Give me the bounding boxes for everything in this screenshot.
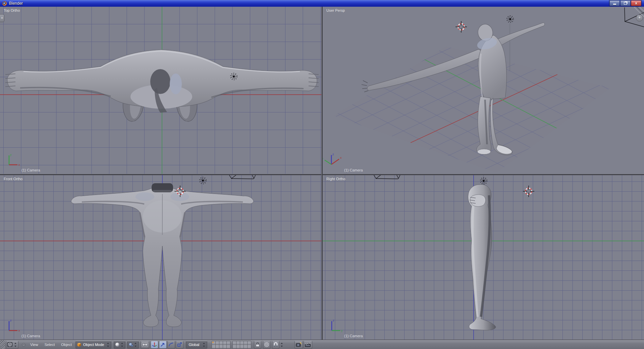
- scale-manipulator-icon: [168, 342, 174, 348]
- layer-button-10[interactable]: [226, 345, 230, 349]
- svg-text:z: z: [333, 319, 334, 322]
- draw-type-dropdown[interactable]: [114, 341, 125, 349]
- restore-icon: [624, 2, 627, 5]
- mode-spinner[interactable]: [107, 342, 110, 347]
- rotation-pivot-icon: [128, 342, 133, 347]
- layer-group-2[interactable]: [232, 341, 251, 348]
- viewport-canvas-user-persp[interactable]: zxy: [323, 7, 644, 174]
- object-mode-cube-icon: [77, 342, 82, 347]
- window-title: Blender: [9, 1, 23, 6]
- svg-text:y: y: [10, 153, 12, 156]
- viewport-user-persp[interactable]: zxy User Persp (1) Camera: [323, 7, 644, 174]
- orientation-spinner[interactable]: [203, 342, 206, 347]
- svg-text:y: y: [341, 329, 343, 332]
- svg-text:x: x: [18, 329, 20, 332]
- viewport-top-ortho[interactable]: yx Top Ortho (1) Camera: [0, 7, 321, 174]
- render-button[interactable]: [294, 341, 303, 349]
- snap-spinner[interactable]: [280, 342, 283, 347]
- rotate-manipulator-icon: [160, 342, 166, 348]
- minimize-icon: [613, 4, 616, 5]
- viewport-right-ortho[interactable]: zy Right Ortho (1) Camera: [323, 175, 644, 340]
- editor-type-button[interactable]: [6, 341, 18, 349]
- window-controls: x: [609, 0, 642, 7]
- viewport-canvas-right-ortho[interactable]: zy: [323, 175, 644, 340]
- viewport-canvas-top-ortho[interactable]: yx: [0, 7, 321, 174]
- mode-label: Object Mode: [83, 343, 104, 347]
- render-anim-button[interactable]: [304, 341, 312, 349]
- editor-type-spinner[interactable]: [14, 342, 17, 347]
- snap-magnet-icon: [273, 342, 278, 347]
- draw-type-spinner[interactable]: [121, 342, 124, 347]
- blender-window: Blender x yx Top Ortho (1) Camera zxy Us…: [0, 0, 644, 349]
- show-panel-tab[interactable]: +: [0, 14, 4, 22]
- svg-text:x: x: [340, 156, 342, 159]
- layer-group-1[interactable]: [212, 341, 230, 348]
- pivot-dropdown[interactable]: [127, 341, 139, 349]
- menu-view[interactable]: View: [30, 343, 38, 347]
- blender-logo-icon: [2, 1, 7, 6]
- translate-manipulator-button[interactable]: [151, 341, 158, 349]
- scale-manipulator-button[interactable]: [167, 341, 175, 349]
- pivot-spinner[interactable]: [134, 342, 137, 347]
- 3d-viewport-editor-icon: [7, 342, 13, 348]
- orientation-dropdown[interactable]: Global: [186, 341, 207, 349]
- translate-manipulator-icon: [151, 342, 158, 348]
- svg-text:z: z: [332, 153, 334, 156]
- area-corner-grip[interactable]: [0, 340, 5, 349]
- manipulator-toggle-icon: [142, 342, 148, 347]
- layers-widget: [212, 341, 251, 348]
- lock-icon: [255, 342, 260, 347]
- snap-button[interactable]: [272, 341, 279, 349]
- render-camera-icon: [296, 342, 302, 348]
- rotate-manipulator-button[interactable]: [159, 341, 167, 349]
- view3d-header: View Select Object Object Mode: [0, 340, 644, 349]
- menu-object[interactable]: Object: [61, 343, 72, 347]
- mode-dropdown[interactable]: Object Mode: [75, 341, 111, 349]
- menu-select[interactable]: Select: [45, 343, 55, 347]
- svg-text:x: x: [18, 163, 20, 166]
- minimize-button[interactable]: [609, 0, 620, 6]
- lock-button[interactable]: [254, 341, 261, 349]
- solid-shading-sphere-icon: [115, 342, 120, 347]
- restore-button[interactable]: [620, 0, 631, 6]
- orientation-label: Global: [189, 343, 199, 347]
- scale-cage-manipulator-icon: [176, 342, 183, 348]
- area-divider-vertical[interactable]: [321, 7, 323, 340]
- manipulator-extra-button[interactable]: [176, 341, 183, 349]
- close-icon: x: [635, 1, 637, 5]
- viewport-front-ortho[interactable]: zx Front Ortho (1) Camera: [0, 175, 321, 340]
- manipulator-toggle-button[interactable]: [141, 341, 149, 349]
- svg-text:z: z: [10, 319, 12, 322]
- title-bar[interactable]: Blender x: [0, 0, 644, 7]
- show-panel-button[interactable]: +: [636, 14, 643, 21]
- render-anim-clapper-icon: [305, 342, 311, 348]
- proportional-edit-button[interactable]: [263, 341, 270, 349]
- proportional-edit-icon: [264, 342, 269, 347]
- layer-button-20[interactable]: [247, 345, 251, 349]
- viewport-canvas-front-ortho[interactable]: zx: [0, 175, 321, 340]
- close-button[interactable]: x: [631, 0, 641, 6]
- collapse-menus-icon[interactable]: [21, 343, 26, 347]
